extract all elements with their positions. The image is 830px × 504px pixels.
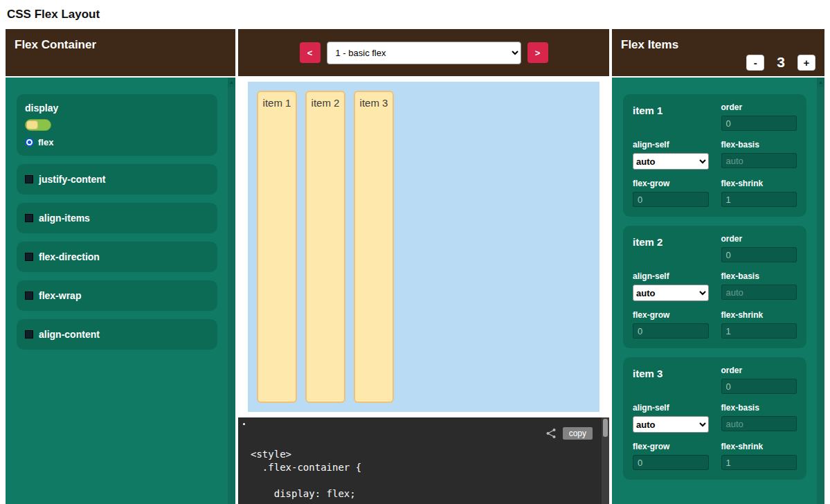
item-1-flex-basis-field: flex-basis [721, 140, 797, 170]
display-toggle[interactable] [25, 119, 51, 131]
flex-items-panel-body: item 1 order align-self auto flex-basis … [612, 78, 824, 504]
flex-basis-input[interactable] [721, 285, 797, 300]
item-2-flex-basis-field: flex-basis [721, 271, 797, 301]
justify-content-checkbox[interactable] [25, 175, 33, 183]
code-dot [243, 423, 245, 425]
remove-item-button[interactable]: - [746, 55, 764, 71]
flex-container-panel-title: Flex Container [15, 38, 96, 51]
display-card: display flex [17, 94, 217, 156]
page-title: CSS Flex Layout [0, 0, 830, 29]
add-item-button[interactable]: + [797, 55, 815, 71]
flex-basis-label: flex-basis [721, 271, 797, 281]
flex-shrink-label: flex-shrink [721, 442, 797, 451]
flex-shrink-label: flex-shrink [721, 179, 797, 188]
code-scrollbar[interactable] [602, 417, 609, 504]
flex-grow-input[interactable] [633, 455, 709, 470]
prev-layout-button[interactable]: < [300, 42, 321, 63]
right-panel-scrollbar[interactable]: ▲ [817, 78, 824, 504]
flex-preview-container: item 1 item 2 item 3 [248, 82, 599, 412]
code-scrollbar-thumb[interactable] [603, 419, 608, 437]
align-self-label: align-self [633, 140, 709, 150]
align-items-label: align-items [39, 213, 90, 224]
align-self-select[interactable]: auto [633, 153, 709, 170]
item-2-align-self-field: align-self auto [633, 271, 709, 301]
share-icon[interactable] [545, 428, 557, 439]
scroll-up-icon[interactable]: ▲ [228, 78, 235, 87]
code-area: copy <style> .flex-container { display: … [238, 417, 609, 504]
align-content-checkbox[interactable] [25, 330, 33, 339]
prop-card-flex-direction: flex-direction [17, 242, 217, 272]
prop-card-flex-wrap: flex-wrap [17, 280, 217, 311]
main-layout: Flex Container display flex justify-cont… [0, 29, 830, 504]
align-self-label: align-self [633, 271, 709, 281]
order-label: order [721, 366, 797, 375]
justify-content-label: justify-content [39, 174, 105, 185]
flex-shrink-input[interactable] [721, 323, 797, 339]
flex-grow-label: flex-grow [633, 179, 709, 188]
flex-container-panel-header: Flex Container [6, 29, 235, 76]
flex-basis-label: flex-basis [721, 140, 797, 150]
flex-items-panel: Flex Items - 3 + item 1 order align-self… [612, 29, 824, 504]
item-3-flex-basis-field: flex-basis [721, 403, 797, 433]
item-card-2: item 2 order align-self auto flex-basis … [623, 226, 806, 348]
flex-container-panel-body: display flex justify-content align-items [6, 78, 235, 504]
flex-shrink-label: flex-shrink [721, 310, 797, 320]
flex-grow-label: flex-grow [633, 442, 709, 451]
item-3-title: item 3 [633, 366, 709, 394]
prop-card-justify-content: justify-content [17, 164, 217, 195]
align-self-label: align-self [633, 403, 709, 413]
item-2-flex-shrink-field: flex-shrink [721, 310, 797, 339]
flex-basis-input[interactable] [721, 153, 797, 168]
preview-header: < 1 - basic flex > [238, 29, 609, 76]
item-1-flex-shrink-field: flex-shrink [721, 179, 797, 207]
item-1-align-self-field: align-self auto [633, 140, 709, 170]
flex-direction-label: flex-direction [39, 251, 100, 262]
next-layout-button[interactable]: > [527, 42, 548, 63]
preview-flex-item-2: item 2 [305, 91, 345, 403]
code-controls: copy [545, 427, 593, 440]
align-self-select[interactable]: auto [633, 416, 709, 433]
order-input[interactable] [721, 247, 797, 262]
item-1-title: item 1 [633, 102, 709, 131]
flex-wrap-checkbox[interactable] [25, 291, 33, 300]
flex-shrink-input[interactable] [721, 455, 797, 470]
align-self-select[interactable]: auto [633, 285, 709, 301]
flex-items-header: Flex Items - 3 + [612, 29, 824, 76]
item-3-align-self-field: align-self auto [633, 403, 709, 433]
align-content-label: align-content [39, 329, 100, 340]
preview-flex-item-1: item 1 [257, 91, 297, 403]
order-input[interactable] [721, 379, 797, 394]
flex-items-title: Flex Items [621, 38, 815, 52]
layout-select[interactable]: 1 - basic flex [327, 42, 521, 64]
order-input[interactable] [721, 116, 797, 131]
flex-grow-input[interactable] [633, 323, 709, 339]
order-label: order [721, 234, 797, 244]
scroll-up-icon[interactable]: ▲ [817, 78, 824, 87]
item-card-1: item 1 order align-self auto flex-basis … [623, 94, 806, 217]
item-count-controls: - 3 + [746, 54, 815, 71]
flex-grow-input[interactable] [633, 192, 709, 207]
flex-grow-label: flex-grow [633, 310, 709, 320]
item-3-flex-shrink-field: flex-shrink [721, 442, 797, 470]
item-2-title: item 2 [633, 234, 709, 262]
flex-radio-label: flex [38, 137, 53, 147]
item-3-flex-grow-field: flex-grow [633, 442, 709, 470]
flex-radio[interactable] [25, 138, 34, 147]
preview-flex-item-3: item 3 [354, 91, 394, 403]
item-1-order-field: order [721, 102, 797, 131]
flex-direction-checkbox[interactable] [25, 253, 33, 261]
item-count: 3 [777, 54, 785, 71]
flex-radio-dot [28, 141, 31, 144]
order-label: order [721, 102, 797, 112]
item-2-order-field: order [721, 234, 797, 262]
left-panel-scrollbar[interactable]: ▲ [228, 78, 235, 504]
display-radio-row: flex [25, 137, 209, 147]
display-toggle-knob [26, 120, 38, 129]
item-card-3: item 3 order align-self auto flex-basis … [623, 357, 806, 480]
flex-shrink-input[interactable] [721, 192, 797, 207]
copy-button[interactable]: copy [563, 427, 593, 440]
prop-card-align-content: align-content [17, 319, 217, 350]
align-items-checkbox[interactable] [25, 214, 33, 222]
flex-basis-input[interactable] [721, 416, 797, 431]
flex-container-panel: Flex Container display flex justify-cont… [6, 29, 235, 504]
